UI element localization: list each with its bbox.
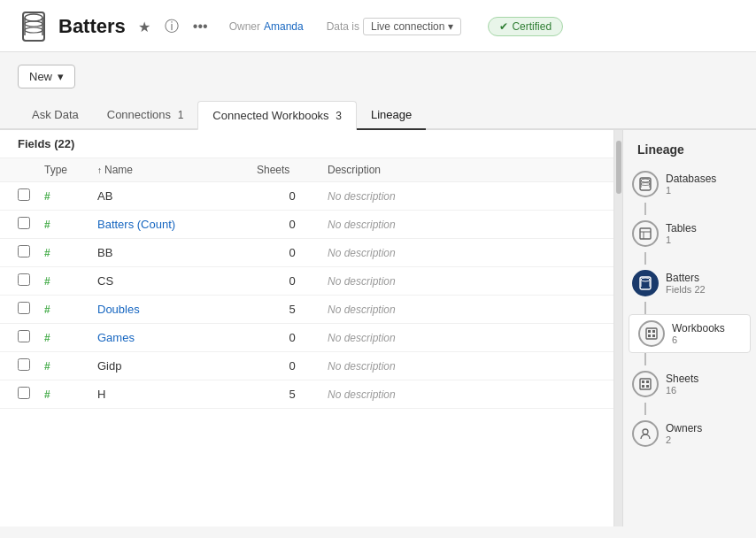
tables-icon [632,220,659,247]
description: No description [328,247,596,259]
batters-sub: Fields 22 [666,284,706,295]
certified-label: Certified [512,20,552,33]
description: No description [328,332,596,344]
field-name: Gidp [97,359,257,373]
data-label: Data is [327,20,359,33]
tab-connected-workbooks[interactable]: Connected Workbooks 3 [197,101,357,130]
row-checkbox[interactable] [18,245,44,260]
connector-line [644,353,646,365]
sheets-count: 0 [257,189,328,203]
row-checkbox[interactable] [18,302,44,317]
lineage-item-tables[interactable]: Tables 1 [623,215,756,252]
owner-value[interactable]: Amanda [264,20,304,33]
tables-text: Tables 1 [666,222,697,245]
certified-badge: ✔ Certified [488,17,563,36]
type-icon: # [44,219,97,231]
live-connection-dropdown[interactable]: Live connection ▾ [363,18,461,35]
scrollbar[interactable] [614,130,623,526]
lineage-panel: Lineage Databases 1 Tables [623,130,756,526]
svg-rect-18 [646,328,657,339]
tab-connections[interactable]: Connections 1 [93,101,198,130]
svg-rect-25 [646,380,649,383]
sheets-count: 0 [257,218,328,231]
checkbox-col-header [18,164,44,176]
svg-rect-24 [642,380,644,383]
connected-workbooks-badge: 3 [336,110,342,122]
row-checkbox[interactable] [18,188,44,204]
table-row: # Doubles 5 No description [0,296,613,324]
databases-icon [632,171,659,197]
type-icon: # [44,332,97,344]
svg-rect-22 [652,334,655,337]
description: No description [328,275,596,288]
sheets-col-header: Sheets [257,164,328,176]
lineage-item-batters[interactable]: Batters Fields 22 [623,265,756,302]
svg-point-7 [641,179,650,182]
row-checkbox[interactable] [18,387,44,402]
data-meta: Data is Live connection ▾ [327,18,462,35]
type-icon: # [44,190,97,203]
sheets-sub: 16 [666,385,698,396]
svg-rect-20 [652,330,655,333]
description: No description [328,360,596,373]
connector-line [644,203,646,215]
connector-line [644,403,646,415]
owners-sub: 2 [666,434,702,445]
lineage-item-sheets[interactable]: Sheets 16 [623,365,756,403]
info-button[interactable]: ⓘ [161,16,182,38]
svg-point-4 [25,21,42,27]
type-icon: # [44,304,97,316]
field-name: H [97,388,257,401]
sheets-count: 5 [257,303,328,316]
workbooks-label: Workbooks [672,322,725,334]
header-actions: ★ ⓘ ••• [135,16,212,38]
field-name-link[interactable]: Games [97,331,257,344]
row-checkbox[interactable] [18,217,44,232]
type-icon: # [44,388,97,401]
databases-text: Databases 1 [666,173,716,196]
description: No description [328,304,596,316]
name-col-header[interactable]: ↑ Name [97,164,257,176]
table-row: # AB 0 No description [0,182,613,211]
svg-rect-21 [648,334,651,337]
new-button[interactable]: New ▾ [18,65,75,88]
row-checkbox[interactable] [18,330,44,345]
certified-check-icon: ✔ [499,20,508,33]
svg-point-28 [643,429,648,434]
table-header: Type ↑ Name Sheets Description [0,158,613,182]
owners-label: Owners [666,422,702,434]
sheets-icon [632,371,659,397]
row-checkbox[interactable] [18,273,44,288]
owners-text: Owners 2 [666,422,702,445]
svg-point-15 [641,278,650,281]
batters-active-icon [632,270,659,296]
lineage-item-databases[interactable]: Databases 1 [623,165,756,203]
row-checkbox[interactable] [18,358,44,373]
owners-icon [632,420,659,447]
more-button[interactable]: ••• [189,17,212,36]
table-row: # Games 0 No description [0,324,613,352]
sheets-count: 5 [257,388,328,401]
datasource-icon [18,11,50,42]
description-col-header: Description [328,164,596,176]
sheets-count: 0 [257,359,328,373]
tables-sub: 1 [666,234,697,245]
field-name-link[interactable]: Doubles [97,303,257,316]
batters-label: Batters [666,272,706,284]
lineage-item-workbooks[interactable]: Workbooks 6 [629,315,750,352]
owner-meta: Owner Amanda [229,20,304,33]
svg-rect-19 [648,330,651,333]
description: No description [328,190,596,203]
field-name-link[interactable]: Batters (Count) [97,218,257,231]
lineage-item-owners[interactable]: Owners 2 [623,415,756,452]
favorite-button[interactable]: ★ [135,17,154,37]
page-title: Batters [58,15,126,38]
tab-ask-data[interactable]: Ask Data [18,101,93,130]
svg-point-5 [25,27,42,33]
lineage-items: Databases 1 Tables 1 [623,165,756,452]
svg-point-1 [25,14,42,21]
svg-rect-11 [640,228,651,239]
databases-label: Databases [666,173,716,185]
owner-label: Owner [229,20,260,33]
tab-lineage[interactable]: Lineage [357,101,426,130]
